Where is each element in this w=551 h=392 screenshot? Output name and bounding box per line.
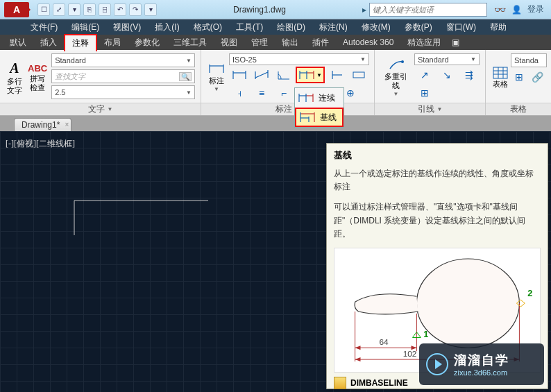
user-icon[interactable]: 👤 xyxy=(511,5,522,15)
table-link-icon[interactable]: 🔗 xyxy=(529,69,545,85)
tab-parametric[interactable]: 参数化 xyxy=(128,35,167,51)
svg-rect-18 xyxy=(493,67,507,78)
menu-param[interactable]: 参数(P) xyxy=(399,20,438,35)
text-panel-title[interactable]: 文字▼ xyxy=(0,103,201,115)
tab-layout[interactable]: 布局 xyxy=(97,35,128,51)
leader-align-icon[interactable]: ⇶ xyxy=(459,67,480,83)
dim-jog-icon[interactable]: ⌐ xyxy=(273,85,294,101)
dim-angular-icon[interactable] xyxy=(273,67,294,83)
leader-add-icon[interactable]: ↗ xyxy=(414,67,435,83)
svg-text:64: 64 xyxy=(379,337,389,347)
login-link[interactable]: 登录 xyxy=(527,3,544,15)
menu-file[interactable]: 文件(F) xyxy=(25,20,63,35)
qat-save-icon[interactable]: ▾ xyxy=(68,3,80,16)
dim-style-combo[interactable]: ISO-25▼ xyxy=(229,53,369,65)
dimension-button[interactable]: 标注 ▼ xyxy=(205,51,228,103)
table-style-combo[interactable]: Standa xyxy=(511,53,547,67)
qat-open-icon[interactable]: ⤢ xyxy=(53,3,65,16)
svg-text:102: 102 xyxy=(403,349,417,359)
leader-style-combo[interactable]: Standard▼ xyxy=(414,53,480,65)
multileader-icon xyxy=(387,58,405,71)
multiline-text-button[interactable]: A 多行 文字 xyxy=(4,51,25,103)
menu-dim[interactable]: 标注(N) xyxy=(314,20,353,35)
watermark: 溜溜自学 zixue.3d66.com xyxy=(419,343,544,385)
table-extract-icon[interactable]: ⊞ xyxy=(511,69,527,85)
document-tab-label: Drawing1* xyxy=(22,120,60,130)
text-style-combo[interactable]: Standard▼ xyxy=(51,53,195,67)
tab-output[interactable]: 输出 xyxy=(275,35,305,51)
find-text-input[interactable]: 查找文字 🔍 xyxy=(51,69,195,83)
text-height-combo[interactable]: 2.5▼ xyxy=(51,85,195,99)
menu-draw[interactable]: 绘图(D) xyxy=(271,20,311,35)
menu-format[interactable]: 格式(O) xyxy=(188,20,228,35)
qat-redo-icon[interactable]: ↷ xyxy=(129,3,142,16)
qat-undo-icon[interactable]: ↶ xyxy=(114,3,126,16)
svg-text:1: 1 xyxy=(423,329,428,339)
table-button[interactable]: 表格 xyxy=(490,51,511,103)
menu-bar: 文件(F) 编辑(E) 视图(V) 插入(I) 格式(O) 工具(T) 绘图(D… xyxy=(0,19,551,35)
menu-modify[interactable]: 修改(M) xyxy=(356,20,396,35)
dim-linear-icon[interactable] xyxy=(229,67,250,83)
menu-insert[interactable]: 插入(I) xyxy=(149,20,185,35)
tab-default[interactable]: 默认 xyxy=(3,35,33,51)
tab-expand-icon[interactable]: ▣ xyxy=(448,35,464,49)
dim-break-icon[interactable]: ⫞ xyxy=(229,85,250,101)
play-icon xyxy=(426,353,448,375)
document-title: Drawing1.dwg xyxy=(157,5,362,15)
tooltip-desc2: 可以通过标注样式管理器、"直线"选项卡和"基线间距"（DIMDLI 系统变量）设… xyxy=(334,201,541,241)
tab-insert[interactable]: 插入 xyxy=(33,35,64,51)
search-play-icon[interactable]: ▸ xyxy=(362,5,366,15)
tab-view[interactable]: 视图 xyxy=(214,35,244,51)
svg-marker-44 xyxy=(355,346,361,350)
menu-edit[interactable]: 编辑(E) xyxy=(66,20,105,35)
qat-plot-icon[interactable]: ⌸ xyxy=(99,3,111,16)
tab-a360[interactable]: Autodesk 360 xyxy=(336,35,400,49)
flyout-baseline-label: 基线 xyxy=(320,112,337,123)
svg-point-17 xyxy=(401,60,404,63)
dim-aligned-icon[interactable] xyxy=(251,67,272,83)
tab-plugins[interactable]: 插件 xyxy=(305,35,336,51)
qat-new-icon[interactable]: ☐ xyxy=(37,3,50,16)
spellcheck-button[interactable]: ABC 拼写 检查 xyxy=(25,51,50,103)
flyout-continue[interactable]: 连续 xyxy=(295,88,344,108)
menu-window[interactable]: 窗口(W) xyxy=(441,20,482,35)
tab-manage[interactable]: 管理 xyxy=(244,35,275,51)
leader-remove-icon[interactable]: ↘ xyxy=(436,67,457,83)
dim-style-value: ISO-25 xyxy=(232,56,257,64)
tooltip-desc1: 从上一个或选定标注的基线作连续的线性、角度或坐标标注 xyxy=(334,167,541,194)
dim-panel-title[interactable]: 标注▼ xyxy=(201,103,374,115)
qat-saveas-icon[interactable]: ⎘ xyxy=(83,3,96,16)
menu-help[interactable]: 帮助 xyxy=(484,20,512,35)
menu-tools[interactable]: 工具(T) xyxy=(230,20,269,35)
flyout-baseline[interactable]: 基线 xyxy=(295,108,344,127)
table-panel-title[interactable]: 表格 xyxy=(486,103,551,115)
dim-continue-split-button[interactable]: ▼ xyxy=(296,67,325,83)
app-logo[interactable]: A xyxy=(4,2,29,17)
linear-dim-icon xyxy=(208,63,225,76)
dim-space-icon[interactable]: ≡ xyxy=(251,85,272,101)
tab-3dtools[interactable]: 三维工具 xyxy=(167,35,214,51)
close-icon[interactable]: × xyxy=(65,121,69,128)
dim-ordinate-icon[interactable] xyxy=(326,67,347,83)
flyout-continue-label: 连续 xyxy=(319,92,335,104)
leader-style-value: Standard xyxy=(418,56,449,64)
quick-access-toolbar: ☐ ⤢ ▾ ⎘ ⌸ ↶ ↷ ▾ xyxy=(37,3,157,16)
menu-view[interactable]: 视图(V) xyxy=(108,20,146,35)
qat-more-icon[interactable]: ▾ xyxy=(144,3,157,16)
svg-text:2: 2 xyxy=(527,288,532,298)
svg-line-6 xyxy=(255,72,268,78)
leader-collect-icon[interactable]: ⊞ xyxy=(414,85,435,101)
tab-annotate[interactable]: 注释 xyxy=(64,34,97,51)
keyword-search-input[interactable] xyxy=(370,6,486,14)
document-tab[interactable]: Drawing1* × xyxy=(14,118,71,131)
tab-featured[interactable]: 精选应用 xyxy=(400,35,448,51)
find-icon[interactable]: 🔍 xyxy=(179,72,192,81)
dim-continue-icon xyxy=(298,69,315,81)
find-text-placeholder: 查找文字 xyxy=(55,71,85,82)
multileader-button[interactable]: 多重引线 ▼ xyxy=(379,51,413,103)
dim-tolerance-icon[interactable] xyxy=(348,67,369,83)
binocular-icon[interactable]: 👓 xyxy=(494,4,506,15)
text-height-value: 2.5 xyxy=(55,88,65,96)
leader-panel-title[interactable]: 引线▼ xyxy=(375,103,485,115)
keyword-search[interactable] xyxy=(369,3,487,17)
